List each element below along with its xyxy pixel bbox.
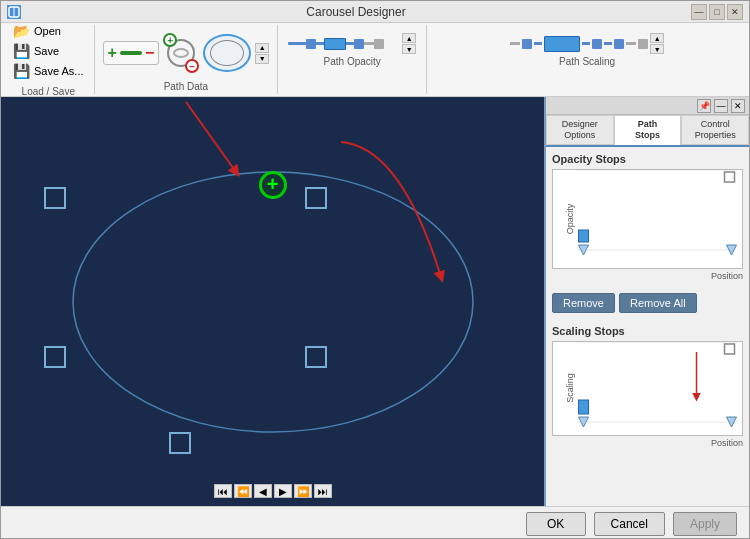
svg-rect-7: [579, 230, 589, 242]
opacity-spinner-down[interactable]: ▼: [402, 44, 416, 54]
restore-button[interactable]: □: [709, 4, 725, 20]
scaling-slider-area[interactable]: ▲ ▼: [510, 33, 664, 54]
remove-button[interactable]: Remove: [552, 293, 615, 313]
apply-button[interactable]: Apply: [673, 512, 737, 536]
svg-point-2: [73, 172, 473, 432]
ok-button[interactable]: OK: [526, 512, 586, 536]
scaling-spinner-down[interactable]: ▼: [650, 44, 664, 54]
scaling-spinner-up[interactable]: ▲: [650, 33, 664, 43]
pathopacity-label: Path Opacity: [324, 56, 381, 67]
canvas-area[interactable]: + ⏮ ⏪ ◀ ▶ ⏩ ⏭: [1, 97, 544, 506]
opacity-graph-svg: [571, 170, 742, 260]
spinner-down[interactable]: ▼: [255, 54, 269, 64]
toolbar: 📂 Open 💾 Save 💾 Save As... Load / Save +…: [1, 23, 749, 97]
main-content: + ⏮ ⏪ ◀ ▶ ⏩ ⏭: [1, 97, 749, 506]
scaling-stops-section: Scaling Stops Scaling: [552, 325, 743, 448]
opacity-spinner-up[interactable]: ▲: [402, 33, 416, 43]
tab-designer-options[interactable]: DesignerOptions: [546, 115, 614, 145]
pathopacity-section: ▲ ▼ Path Opacity: [278, 25, 427, 94]
pathscaling-label: Path Scaling: [559, 56, 615, 67]
opacity-slider-track[interactable]: [288, 34, 398, 54]
panel-pin-button[interactable]: 📌: [697, 99, 711, 113]
pathdata-section: + − + − ▲: [95, 25, 279, 94]
svg-rect-6: [725, 172, 735, 182]
tab-path-stops[interactable]: PathStops: [614, 115, 682, 145]
save-button[interactable]: 💾 Save: [11, 42, 86, 60]
play-fast-button[interactable]: ⏩: [294, 484, 312, 498]
path-add-button[interactable]: +: [108, 44, 117, 62]
opacity-x-label: Position: [552, 271, 743, 281]
minimize-button[interactable]: —: [691, 4, 707, 20]
scaling-x-label: Position: [552, 438, 743, 448]
pathdata-label: Path Data: [164, 81, 208, 92]
pathscaling-section: ▲ ▼ Path Scaling: [427, 25, 747, 94]
panel-content: Opacity Stops Opacity: [546, 147, 749, 506]
handle-tr[interactable]: [305, 187, 327, 209]
panel-minimize-button[interactable]: —: [714, 99, 728, 113]
opacity-graph-inner: [571, 170, 742, 260]
saveas-button[interactable]: 💾 Save As...: [11, 62, 86, 80]
scaling-spinners: ▲ ▼: [650, 33, 664, 54]
panel-titlebar: 📌 — ✕: [546, 97, 749, 115]
titlebar: Carousel Designer — □ ✕: [1, 1, 749, 23]
close-button[interactable]: ✕: [727, 4, 743, 20]
scaling-graph-svg: [571, 342, 742, 430]
loadsave-section: 📂 Open 💾 Save 💾 Save As... Load / Save: [3, 25, 95, 94]
center-add-button[interactable]: +: [259, 171, 287, 199]
tab-control-properties[interactable]: ControlProperties: [681, 115, 749, 145]
bottom-bar: OK Cancel Apply: [1, 506, 749, 539]
spinner-up[interactable]: ▲: [255, 43, 269, 53]
oval-preview: [203, 34, 251, 72]
play-back-button[interactable]: ◀: [254, 484, 272, 498]
panel-close-button[interactable]: ✕: [731, 99, 745, 113]
opacity-stops-title: Opacity Stops: [552, 153, 743, 165]
window-title: Carousel Designer: [21, 5, 691, 19]
handle-tl[interactable]: [44, 187, 66, 209]
oval-remove-bottom-button[interactable]: −: [185, 59, 199, 73]
path-spinners: ▲ ▼: [255, 43, 269, 64]
panel-tabs: DesignerOptions PathStops ControlPropert…: [546, 115, 749, 147]
opacity-stops-section: Opacity Stops Opacity: [552, 153, 743, 281]
remove-buttons-row: Remove Remove All: [552, 293, 743, 313]
play-fwd-button[interactable]: ▶: [274, 484, 292, 498]
playback-controls: ⏮ ⏪ ◀ ▶ ⏩ ⏭: [214, 484, 332, 498]
remove-all-button[interactable]: Remove All: [619, 293, 697, 313]
cancel-button[interactable]: Cancel: [594, 512, 665, 536]
right-panel: 📌 — ✕ DesignerOptions PathStops ControlP…: [544, 97, 749, 506]
play-prev-button[interactable]: ⏪: [234, 484, 252, 498]
play-end-button[interactable]: ⏭: [314, 484, 332, 498]
svg-rect-12: [725, 344, 735, 354]
loadsave-label: Load / Save: [11, 86, 86, 97]
play-start-button[interactable]: ⏮: [214, 484, 232, 498]
open-button[interactable]: 📂 Open: [11, 22, 86, 40]
opacity-graph[interactable]: Opacity: [552, 169, 743, 269]
handle-bc[interactable]: [169, 432, 191, 454]
app-icon: [7, 5, 21, 19]
path-remove-button[interactable]: −: [145, 44, 154, 62]
scaling-stops-title: Scaling Stops: [552, 325, 743, 337]
scaling-graph-inner: [571, 342, 742, 430]
opacity-spinners: ▲ ▼: [402, 33, 416, 54]
svg-rect-13: [579, 400, 589, 414]
scaling-graph[interactable]: Scaling: [552, 341, 743, 436]
handle-mr[interactable]: [305, 346, 327, 368]
handle-ml[interactable]: [44, 346, 66, 368]
